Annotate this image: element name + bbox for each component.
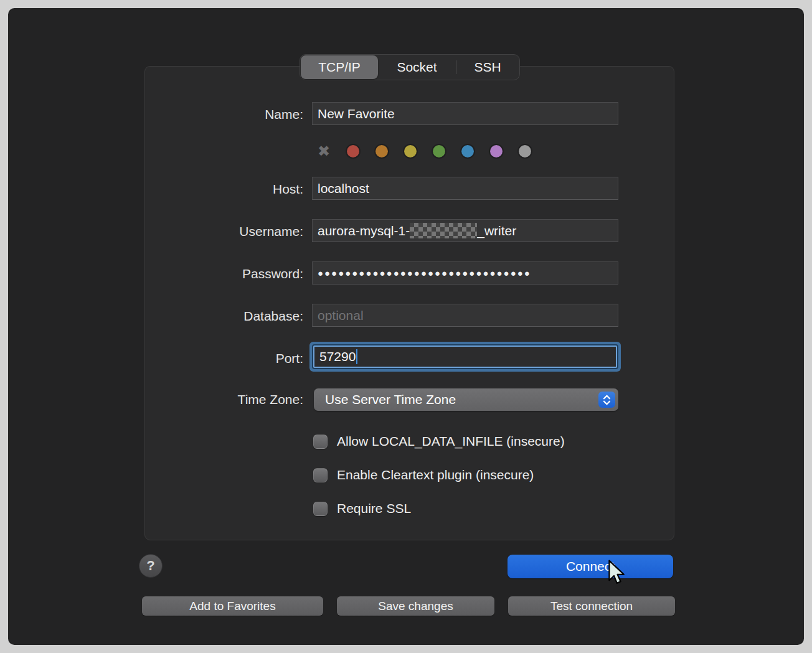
checkbox-cleartext-plugin-label: Enable Cleartext plugin (insecure) (337, 467, 534, 482)
color-swatch-red[interactable] (346, 144, 361, 159)
port-value: 57290 (319, 349, 356, 364)
checkbox-row-local-data-infile: Allow LOCAL_DATA_INFILE (insecure) (313, 434, 565, 449)
tab-ssh[interactable]: SSH (456, 55, 519, 79)
color-swatch-gray[interactable] (517, 144, 532, 159)
tab-socket[interactable]: Socket (378, 55, 456, 79)
color-swatch-purple[interactable] (489, 144, 504, 159)
checkbox-require-ssl[interactable] (313, 502, 328, 516)
host-label: Host: (144, 181, 303, 198)
port-label: Port: (144, 350, 303, 367)
timezone-select[interactable]: Use Server Time Zone (314, 388, 618, 411)
checkbox-row-cleartext-plugin: Enable Cleartext plugin (insecure) (313, 467, 534, 482)
database-label: Database: (144, 308, 303, 325)
timezone-label: Time Zone: (144, 391, 303, 408)
password-input[interactable]: ●●●●●●●●●●●●●●●●●●●●●●●●●●●●●●● (312, 261, 618, 284)
connection-type-tabbar: TCP/IP Socket SSH (300, 54, 520, 80)
mouse-cursor-icon (608, 560, 625, 586)
add-to-favorites-button[interactable]: Add to Favorites (142, 596, 323, 616)
test-connection-button[interactable]: Test connection (508, 596, 675, 616)
connection-dialog-window: TCP/IP Socket SSH Name: New Favorite ✖ H… (8, 8, 804, 645)
checkbox-local-data-infile-label: Allow LOCAL_DATA_INFILE (insecure) (337, 434, 565, 449)
name-value: New Favorite (318, 106, 395, 121)
color-swatch-blue[interactable] (460, 144, 475, 159)
clear-color-icon[interactable]: ✖ (316, 144, 332, 159)
username-value-prefix: aurora-mysql-1- (318, 223, 410, 238)
host-input[interactable]: localhost (312, 177, 618, 200)
username-value-suffix: _writer (477, 223, 516, 238)
screenshot-root: TCP/IP Socket SSH Name: New Favorite ✖ H… (0, 0, 812, 653)
database-placeholder: optional (318, 308, 364, 322)
timezone-selected-option: Use Server Time Zone (325, 392, 456, 407)
name-label: Name: (144, 106, 303, 123)
checkbox-row-require-ssl: Require SSL (313, 501, 411, 516)
save-changes-button[interactable]: Save changes (337, 596, 494, 616)
checkbox-require-ssl-label: Require SSL (337, 501, 411, 516)
help-button[interactable]: ? (139, 554, 163, 578)
name-input[interactable]: New Favorite (312, 102, 618, 125)
database-input[interactable]: optional (312, 304, 618, 327)
port-input[interactable]: 57290 (313, 345, 617, 368)
popup-up-down-icon (598, 392, 615, 408)
redacted-username-segment (410, 223, 477, 238)
text-caret (356, 349, 357, 364)
color-swatch-orange[interactable] (374, 144, 389, 159)
favorite-color-picker: ✖ (316, 143, 532, 160)
color-swatch-green[interactable] (432, 144, 446, 159)
password-masked-value: ●●●●●●●●●●●●●●●●●●●●●●●●●●●●●●● (318, 262, 613, 284)
color-swatch-yellow[interactable] (403, 144, 418, 159)
username-label: Username: (144, 223, 303, 240)
checkbox-cleartext-plugin[interactable] (313, 468, 328, 482)
username-input[interactable]: aurora-mysql-1-_writer (312, 219, 618, 242)
connect-button[interactable]: Connect (507, 555, 673, 578)
tab-tcpip[interactable]: TCP/IP (301, 55, 378, 79)
host-value: localhost (318, 181, 369, 195)
password-label: Password: (144, 265, 303, 283)
checkbox-local-data-infile[interactable] (313, 435, 328, 449)
